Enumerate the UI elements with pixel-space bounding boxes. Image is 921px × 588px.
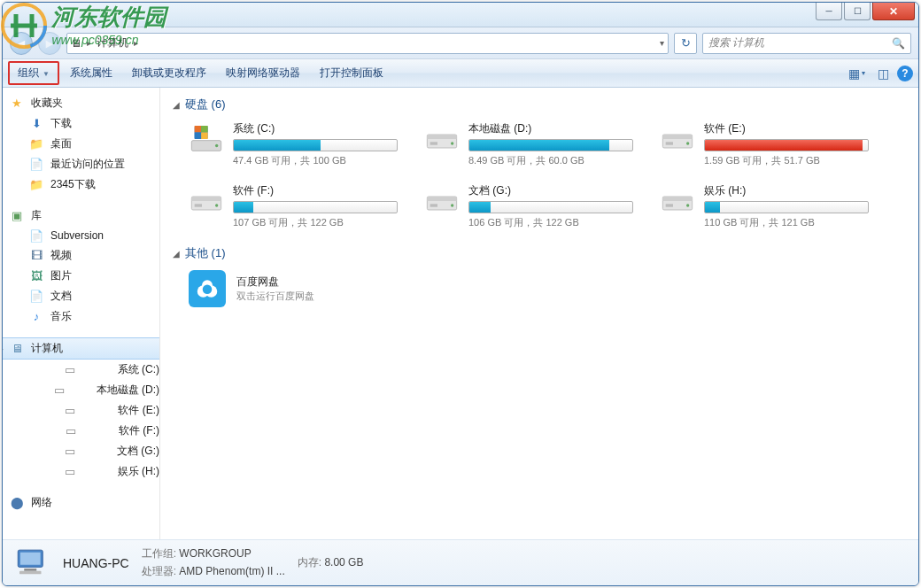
preview-pane-button[interactable]: ◫	[871, 63, 895, 84]
baidu-netdisk-icon	[189, 270, 226, 307]
pc-name: HUANG-PC	[63, 556, 129, 570]
category-other[interactable]: ◢ 其他 (1)	[173, 245, 906, 261]
other-item-baidu[interactable]: 百度网盘 双击运行百度网盘	[189, 270, 906, 307]
usage-bar	[468, 139, 633, 151]
explorer-window: ─ ☐ ✕ ◄ ► 🖥 ▸ 计算机 ▸ ▾ ↻ 搜索 计算机 🔍 组织▼ 系统属…	[2, 2, 919, 586]
maximize-button[interactable]: ☐	[844, 3, 871, 20]
usage-bar	[233, 201, 398, 213]
svg-point-11	[451, 142, 453, 144]
drive-icon	[189, 183, 224, 219]
chevron-icon: ▸	[134, 38, 138, 48]
drive-icon: ▭	[29, 424, 112, 438]
close-button[interactable]: ✕	[872, 3, 915, 20]
svg-rect-6	[195, 133, 202, 140]
folder-icon: 📁	[29, 137, 43, 151]
search-input[interactable]: 搜索 计算机 🔍	[702, 33, 911, 54]
svg-rect-14	[662, 135, 692, 139]
usage-bar	[233, 139, 398, 151]
doc-icon: 📄	[29, 290, 43, 304]
forward-button[interactable]: ►	[38, 32, 61, 55]
svg-point-8	[215, 144, 218, 147]
drive-item[interactable]: 娱乐 (H:) 110 GB 可用，共 121 GB	[660, 183, 876, 229]
search-placeholder: 搜索 计算机	[708, 35, 764, 50]
drive-name: 本地磁盘 (D:)	[468, 121, 640, 136]
uninstall-button[interactable]: 卸载或更改程序	[123, 62, 215, 84]
drive-item[interactable]: 文档 (G:) 106 GB 可用，共 122 GB	[424, 183, 640, 229]
sidebar-item[interactable]: 🖼 图片	[3, 266, 159, 286]
svg-rect-5	[201, 126, 208, 133]
drive-item[interactable]: 软件 (F:) 107 GB 可用，共 122 GB	[189, 183, 405, 229]
favorites-header[interactable]: ★ 收藏夹	[3, 93, 159, 113]
chevron-icon: ▸	[87, 38, 91, 48]
organize-button[interactable]: 组织▼	[8, 61, 59, 85]
doc-icon: 📄	[29, 158, 43, 172]
drive-icon	[189, 121, 224, 157]
svg-rect-12	[430, 142, 437, 144]
dropdown-icon[interactable]: ▾	[660, 38, 664, 48]
collapse-icon[interactable]: ◢	[173, 100, 180, 110]
network-header[interactable]: ⬤ 网络	[3, 492, 159, 513]
minimize-button[interactable]: ─	[816, 3, 842, 20]
svg-point-32	[203, 285, 213, 295]
toolbar: 组织▼ 系统属性 卸载或更改程序 映射网络驱动器 打开控制面板 ▦▾ ◫ ?	[3, 59, 918, 88]
library-icon: ▣	[10, 209, 24, 223]
sidebar-item-drive[interactable]: ▭ 娱乐 (H:)	[3, 461, 159, 482]
sidebar-item-drive[interactable]: ▭ 文档 (G:)	[3, 441, 159, 461]
drive-item[interactable]: 系统 (C:) 47.4 GB 可用，共 100 GB	[189, 121, 405, 167]
sidebar-item[interactable]: ⬇ 下载	[3, 113, 159, 134]
breadcrumb-location[interactable]: 计算机	[97, 35, 128, 50]
drive-free-text: 47.4 GB 可用，共 100 GB	[233, 154, 405, 167]
sidebar-item[interactable]: ♪ 音乐	[3, 306, 159, 327]
expander-icon[interactable]: ▷	[3, 344, 4, 353]
drive-icon	[660, 121, 695, 157]
drive-item[interactable]: 本地磁盘 (D:) 8.49 GB 可用，共 60.0 GB	[424, 121, 640, 167]
sidebar-item-label: 本地磁盘 (D:)	[97, 383, 159, 398]
drive-icon: ▭	[29, 465, 111, 479]
sidebar-item[interactable]: 📁 2345下载	[3, 174, 159, 195]
drive-name: 软件 (E:)	[704, 121, 876, 136]
network-icon: ⬤	[10, 496, 24, 510]
sidebar-item-drive[interactable]: ▭ 软件 (E:)	[3, 400, 159, 421]
sidebar-item-drive[interactable]: ▭ 本地磁盘 (D:)	[3, 380, 159, 400]
breadcrumb[interactable]: 🖥 ▸ 计算机 ▸ ▾	[66, 33, 669, 54]
sidebar-item[interactable]: 📁 桌面	[3, 134, 159, 154]
refresh-button[interactable]: ↻	[674, 33, 697, 54]
drive-item[interactable]: 软件 (E:) 1.59 GB 可用，共 51.7 GB	[660, 121, 876, 167]
svg-rect-36	[19, 570, 42, 574]
drive-icon: ▭	[29, 363, 111, 377]
sidebar-item[interactable]: 📄 文档	[3, 286, 159, 306]
drive-free-text: 107 GB 可用，共 122 GB	[233, 216, 405, 229]
drive-name: 文档 (G:)	[468, 183, 640, 198]
drive-icon	[660, 183, 695, 219]
drive-name: 系统 (C:)	[233, 121, 405, 136]
star-icon: ★	[10, 97, 24, 111]
sidebar-item-label: 文档 (G:)	[117, 444, 159, 459]
back-button[interactable]: ◄	[10, 32, 33, 55]
sidebar-item[interactable]: 📄 Subversion	[3, 226, 159, 245]
mus-icon: ♪	[29, 310, 43, 324]
control-panel-button[interactable]: 打开控制面板	[311, 62, 392, 84]
sidebar-item[interactable]: 🎞 视频	[3, 245, 159, 266]
computer-header[interactable]: ▷ 🖥 计算机	[3, 337, 159, 360]
help-button[interactable]: ?	[897, 66, 913, 81]
details-pane: HUANG-PC 工作组: WORKGROUP 处理器: AMD Phenom(…	[3, 539, 918, 585]
sidebar-item[interactable]: 📄 最近访问的位置	[3, 154, 159, 174]
sidebar-item-label: 软件 (E:)	[118, 403, 159, 418]
view-mode-button[interactable]: ▦▾	[844, 63, 869, 84]
sidebar-item-drive[interactable]: ▭ 软件 (F:)	[3, 421, 159, 441]
map-drive-button[interactable]: 映射网络驱动器	[217, 62, 309, 84]
collapse-icon[interactable]: ◢	[173, 249, 180, 259]
memory-value: 8.00 GB	[324, 556, 363, 569]
libraries-header[interactable]: ▣ 库	[3, 205, 159, 226]
sidebar-item-label: 桌面	[50, 136, 72, 151]
svg-rect-24	[430, 204, 437, 206]
category-drives[interactable]: ◢ 硬盘 (6)	[173, 97, 906, 112]
computer-icon: 🖥	[10, 342, 24, 356]
drive-name: 娱乐 (H:)	[704, 183, 876, 198]
system-properties-button[interactable]: 系统属性	[61, 62, 121, 84]
usage-bar	[704, 139, 869, 151]
search-icon[interactable]: 🔍	[892, 37, 905, 50]
sidebar-item-drive[interactable]: ▭ 系统 (C:)	[3, 360, 159, 380]
drive-icon: ▭	[29, 404, 111, 418]
svg-rect-22	[427, 197, 456, 201]
